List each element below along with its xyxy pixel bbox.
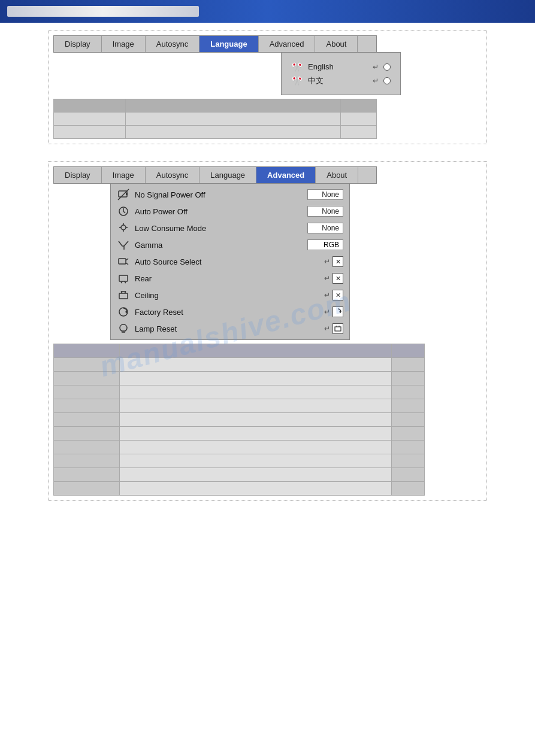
desc-cell [54, 372, 120, 385]
language-section: Display Image Autosync Language Advanced… [48, 30, 487, 144]
tab-display[interactable]: Display [54, 36, 102, 52]
desc-cell [120, 372, 392, 385]
return-icon-chinese: ↵ [373, 77, 379, 85]
low-consume-label: Low Consume Mode [135, 224, 303, 233]
desc-cell [392, 385, 425, 399]
tab-language[interactable]: Language [200, 36, 258, 52]
language-row-english[interactable]: 🎌 English ↵ [291, 61, 391, 72]
gamma-value[interactable]: RGB [307, 239, 343, 250]
desc-cell [54, 413, 120, 427]
language-label-english: English [308, 62, 368, 71]
lamp-reset-icon [117, 322, 130, 335]
advanced-desc-table [53, 344, 425, 496]
factory-reset-label: Factory Reset [135, 308, 319, 317]
tab2-advanced[interactable]: Advanced [256, 167, 316, 183]
return-icon-rear: ↵ [324, 274, 330, 283]
checkbox-lamp-reset[interactable] [333, 323, 343, 334]
no-signal-value[interactable]: None [307, 189, 343, 200]
svg-marker-23 [339, 310, 341, 313]
desc-cell [54, 385, 120, 399]
desc-cell [120, 482, 392, 496]
language-info-table [53, 99, 377, 139]
svg-marker-22 [125, 310, 127, 314]
tab2-autosync[interactable]: Autosync [146, 167, 200, 183]
desc-header-col1 [54, 344, 120, 358]
gamma-label: Gamma [135, 241, 303, 250]
desc-cell [120, 441, 392, 454]
auto-power-value[interactable]: None [307, 206, 343, 217]
table-cell [126, 99, 341, 113]
menu-bar-advanced: Display Image Autosync Language Advanced… [53, 166, 377, 184]
desc-cell [120, 454, 392, 468]
low-consume-icon [117, 221, 130, 235]
table-cell [54, 113, 126, 126]
desc-cell [54, 468, 120, 482]
desc-cell [54, 358, 120, 372]
auto-power-label: Auto Power Off [135, 207, 303, 216]
table-row [54, 113, 377, 126]
tab-advanced[interactable]: Advanced [259, 36, 316, 52]
table-cell [126, 113, 341, 126]
checkbox-auto-source[interactable] [333, 256, 343, 267]
adv-row-auto-source: Auto Source Select ↵ [111, 253, 349, 270]
header-bar-inner [7, 6, 199, 17]
adv-row-rear: Rear ↵ [111, 270, 349, 287]
auto-power-icon [117, 205, 130, 218]
auto-source-icon [117, 255, 130, 268]
desc-cell [392, 482, 425, 496]
desc-cell [120, 413, 392, 427]
table-cell [54, 126, 126, 139]
desc-header-col3 [392, 344, 425, 358]
language-label-chinese: 中文 [308, 75, 368, 86]
checkbox-factory-reset[interactable] [333, 306, 343, 317]
tab2-display[interactable]: Display [54, 167, 102, 183]
desc-cell [392, 427, 425, 441]
tab2-image[interactable]: Image [102, 167, 146, 183]
rear-check: ↵ [324, 273, 343, 284]
desc-cell [120, 385, 392, 399]
desc-cell [54, 441, 120, 454]
adv-row-ceiling: Ceiling ↵ [111, 287, 349, 303]
table-cell [126, 126, 341, 139]
desc-cell [120, 399, 392, 413]
desc-cell [54, 399, 120, 413]
no-signal-label: No Signal Power Off [135, 190, 303, 199]
return-icon-ceiling: ↵ [324, 291, 330, 299]
svg-rect-14 [119, 275, 128, 281]
table-cell [341, 126, 377, 139]
adv-row-lamp-reset: Lamp Reset ↵ [111, 320, 349, 337]
svg-rect-17 [119, 293, 128, 299]
desc-header-col2 [120, 344, 392, 358]
desc-cell [120, 468, 392, 482]
adv-row-gamma: Gamma RGB [111, 236, 349, 253]
desc-table-row [54, 468, 425, 482]
return-icon-factory: ↵ [324, 308, 330, 316]
checkbox-ceiling[interactable] [333, 290, 343, 300]
tab-about[interactable]: About [315, 36, 358, 52]
return-icon-lamp: ↵ [324, 324, 330, 333]
advanced-panel: No Signal Power Off None Auto Power Off … [110, 183, 350, 340]
low-consume-value[interactable]: None [307, 223, 343, 233]
flag-icon-english: 🎌 [291, 61, 303, 72]
svg-rect-1 [126, 193, 128, 195]
radio-english[interactable] [383, 63, 391, 71]
tab2-language[interactable]: Language [200, 167, 256, 183]
top-header [0, 0, 535, 23]
desc-cell [54, 427, 120, 441]
table-row-header [54, 99, 377, 113]
tab-autosync[interactable]: Autosync [146, 36, 200, 52]
tab2-about[interactable]: About [316, 167, 358, 183]
checkbox-rear[interactable] [333, 273, 343, 284]
table-cell [341, 113, 377, 126]
radio-chinese[interactable] [383, 77, 391, 84]
adv-row-factory-reset: Factory Reset ↵ [111, 303, 349, 320]
language-row-chinese[interactable]: 🎌 中文 ↵ [291, 75, 391, 86]
svg-rect-11 [119, 259, 126, 264]
desc-cell [392, 372, 425, 385]
flag-icon-chinese: 🎌 [291, 75, 303, 86]
desc-cell [392, 468, 425, 482]
factory-reset-check: ↵ [324, 306, 343, 317]
desc-cell [392, 413, 425, 427]
tab-image[interactable]: Image [102, 36, 146, 52]
desc-cell [392, 454, 425, 468]
